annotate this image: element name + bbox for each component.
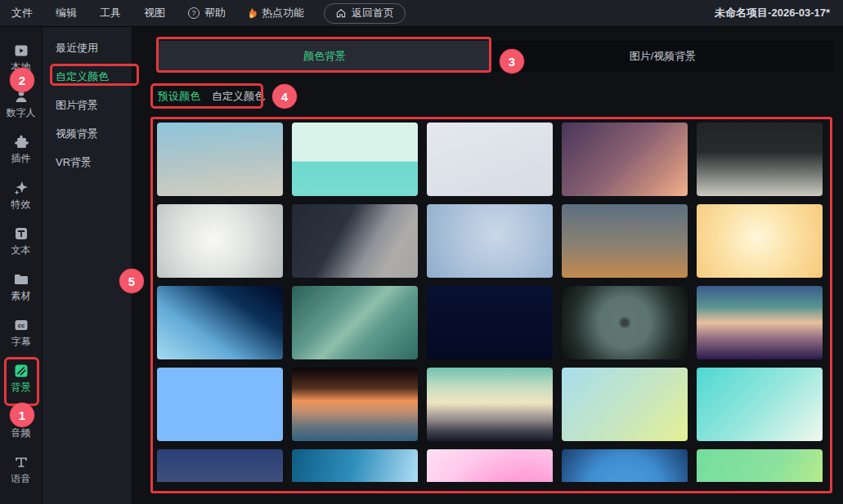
background-swatch-blue-radial[interactable]	[427, 204, 553, 278]
help-label: 帮助	[204, 6, 226, 20]
sidebar-item-image-background[interactable]: 图片背景	[43, 91, 132, 119]
menu-help[interactable]: ? 帮助	[188, 6, 226, 20]
help-question-icon: ?	[188, 7, 200, 19]
background-swatch-indigo-slate[interactable]	[157, 449, 283, 482]
background-swatch-white-radial[interactable]	[157, 204, 283, 278]
menu-file[interactable]: 文件	[11, 6, 33, 20]
background-swatch-beach-dusk[interactable]	[427, 368, 553, 441]
home-icon	[335, 7, 347, 19]
voice-text-icon	[13, 454, 29, 471]
background-swatch-pink-bloom[interactable]	[427, 449, 553, 482]
sparkle-star-icon	[13, 180, 29, 196]
background-swatch-aqua-lime[interactable]	[562, 368, 688, 441]
folder-icon	[13, 271, 29, 288]
svg-text:cc: cc	[17, 322, 24, 329]
background-swatch-steel-diagonal[interactable]	[292, 204, 418, 278]
background-swatch-mint-lime[interactable]	[697, 449, 823, 482]
background-category-sidebar: 最近使用 自定义颜色 图片背景 视频背景 VR背景	[43, 27, 132, 504]
background-swatch-blue-sweep[interactable]	[292, 449, 418, 482]
background-swatch-dark-vignette-dot[interactable]	[562, 286, 688, 359]
main-panel: 颜色背景 图片/视频背景 预设颜色 自定义颜色	[132, 27, 843, 504]
sidebar-item-plugins[interactable]: 插件	[0, 126, 42, 172]
background-swatch-teal-sheen[interactable]	[292, 286, 418, 359]
menu-view[interactable]: 视图	[144, 6, 165, 20]
background-swatch-navy-sky[interactable]	[157, 286, 283, 359]
sidebar-item-video-background[interactable]: 视频背景	[43, 119, 132, 148]
music-note-icon	[13, 408, 29, 425]
background-slash-icon	[13, 363, 29, 379]
menu-edit[interactable]: 编辑	[56, 6, 77, 20]
background-swatch-charcoal-fade[interactable]	[697, 123, 823, 196]
sidebar-item-vr-background[interactable]: VR背景	[43, 148, 132, 176]
flame-icon	[245, 7, 258, 20]
left-icon-rail: 本地 数字人 插件 特效 文本	[0, 27, 43, 504]
hot-features-button[interactable]: 热点功能	[245, 6, 304, 20]
local-media-icon	[13, 42, 29, 59]
back-home-button[interactable]: 返回首页	[324, 3, 406, 24]
sidebar-item-local[interactable]: 本地	[0, 34, 42, 80]
back-home-label: 返回首页	[352, 6, 394, 20]
sidebar-item-subtitles[interactable]: cc 字幕	[0, 309, 42, 355]
swatch-grid	[157, 123, 823, 482]
hot-features-label: 热点功能	[262, 6, 304, 20]
text-icon	[13, 225, 29, 242]
background-swatch-blue-orb[interactable]	[562, 449, 688, 482]
subtab-preset-colors[interactable]: 预设颜色	[158, 89, 200, 104]
project-title: 未命名项目-2026-03-17*	[715, 6, 830, 20]
person-icon	[13, 88, 29, 105]
subtab-custom-colors[interactable]: 自定义颜色	[212, 89, 265, 104]
sidebar-item-materials[interactable]: 素材	[0, 263, 42, 309]
sidebar-item-digital-human[interactable]: 数字人	[0, 80, 42, 126]
sidebar-item-background[interactable]: 背景	[0, 355, 42, 400]
background-swatch-flat-blue[interactable]	[157, 368, 283, 441]
sidebar-item-text[interactable]: 文本	[0, 217, 42, 263]
menu-tools[interactable]: 工具	[100, 6, 121, 20]
background-type-tabs: 颜色背景 图片/视频背景	[158, 41, 834, 72]
background-swatch-pale-gray[interactable]	[427, 123, 553, 196]
color-mode-subtabs: 预设颜色 自定义颜色	[158, 86, 265, 107]
tab-image-video-background[interactable]: 图片/视频背景	[491, 41, 834, 72]
top-menu-bar: 文件 编辑 工具 视图 ? 帮助 热点功能 返回首页 未命名项目-2026-03…	[0, 0, 843, 27]
sidebar-item-custom-color[interactable]: 自定义颜色	[43, 62, 132, 91]
background-swatch-dusk-orange[interactable]	[562, 204, 688, 278]
sidebar-item-recent[interactable]: 最近使用	[43, 33, 132, 62]
puzzle-icon	[13, 134, 29, 150]
background-swatch-sky-sand[interactable]	[157, 123, 283, 196]
background-swatch-turquoise-white[interactable]	[697, 368, 823, 441]
cc-subtitle-icon: cc	[13, 317, 29, 333]
background-swatch-sun-glow[interactable]	[697, 204, 823, 278]
background-swatch-ocean-sunset[interactable]	[292, 368, 418, 441]
background-swatch-purple-peach[interactable]	[562, 123, 688, 196]
background-swatch-sunset-bands[interactable]	[697, 286, 823, 359]
background-swatch-midnight[interactable]	[427, 286, 553, 359]
sidebar-item-effects[interactable]: 特效	[0, 172, 42, 217]
sidebar-item-audio[interactable]: 音频	[0, 400, 42, 446]
sidebar-item-voice[interactable]: 语音	[0, 446, 42, 492]
tab-color-background[interactable]: 颜色背景	[158, 41, 491, 72]
background-swatch-mint-teal-split[interactable]	[292, 123, 418, 196]
